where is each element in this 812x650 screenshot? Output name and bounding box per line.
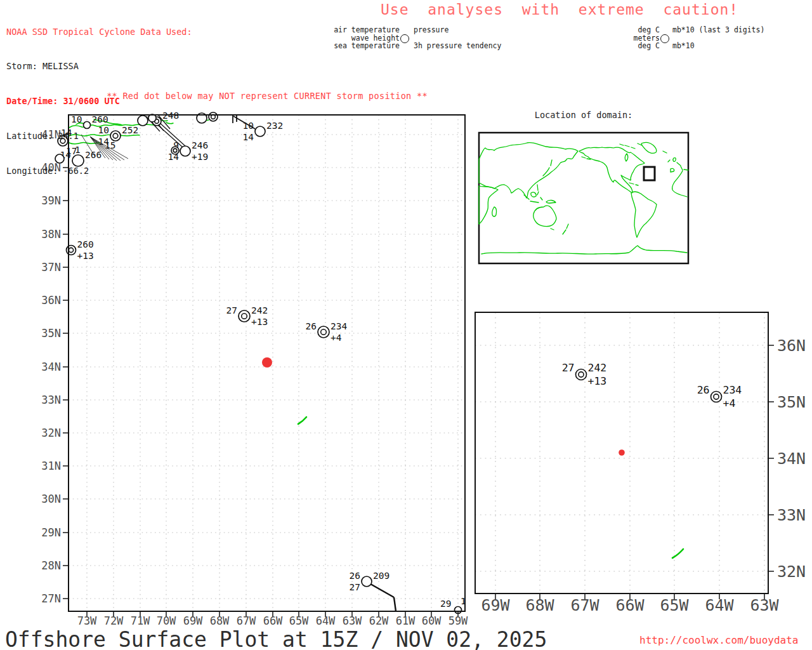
lon-label: 67W [570,596,599,614]
lat-label: 35N [777,393,806,411]
lat-label: 38N [41,228,61,241]
station-plot: 2620927 [350,571,390,592]
lon-label: 63W [343,614,362,627]
station-air-temp: 10 [243,121,254,131]
lat-label: 36N [41,294,61,307]
lat-label: 34N [777,449,806,468]
lon-label: 59W [449,614,468,627]
station-circle [318,326,329,338]
lon-label: 65W [289,614,309,627]
station-pressure: 242 [251,305,268,315]
station-circle [362,576,372,587]
legend-air-temperature: air temperature [273,26,400,34]
offshore-surface-plot-page: 10260102521414266248924614+191023214260+… [0,0,812,650]
station-sea-temp: 27 [350,582,360,592]
units-air-temperature: deg C [533,26,660,34]
source-url-link[interactable]: http://coolwx.com/buoydata [639,634,798,646]
station-circle [67,246,76,255]
station-tendency: +13 [251,317,268,327]
storm-position-warning: ** Red dot below may NOT represent CURRE… [69,91,466,101]
lat-label: 34N [41,361,61,373]
station-tendency: +4 [331,333,342,343]
station-pressure: 246 [192,140,208,150]
station-circle [576,369,587,380]
lat-label: 27N [41,592,61,605]
lon-label: 72W [104,614,124,627]
station-pressure: 234 [331,321,347,331]
lon-label: 66W [263,614,283,627]
lon-label: 69W [183,614,203,627]
station-extra-label: 29 [440,599,451,609]
storm-name-line: Storm: MELISSA [6,60,192,72]
station-air-temp: 26 [306,321,317,331]
station-air-temp: 26 [350,571,360,581]
lon-label: 60W [422,614,442,627]
station-air-temp: 26 [697,384,710,396]
station-air-temp: 27 [562,362,575,374]
legend-pressure: pressure [414,26,449,34]
station-plot: 26234+4 [306,321,348,343]
station-pressure: 209 [373,571,390,581]
station-sea-temp: 14 [243,132,254,142]
wind-barb-line [394,597,396,611]
lat-label: 36N [777,336,806,355]
lon-label: 67W [237,614,256,627]
lon-label: 68W [525,596,554,614]
station-circle-icon [400,34,409,43]
station-pressure: 234 [723,384,742,396]
station-plot: 27242+13 [562,362,607,387]
lon-label: 62W [369,614,389,627]
lat-label: 32N [41,427,61,439]
lon-label: 71W [131,614,150,627]
lat-label: 30N [41,493,61,505]
zoom-inset-axes: 69W68W67W66W65W64W63W36N35N34N33N32N [481,336,806,614]
header-info-block: NOAA SSD Tropical Cyclone Data Used: Sto… [6,3,192,200]
station-circle [711,392,722,402]
legend-pressure-tendency: 3h pressure tendency [414,42,501,50]
station-pressure: 242 [588,362,607,374]
lon-label: 63W [750,596,779,614]
units-pressure-tendency: mb*10 [672,42,695,50]
lon-label: 66W [615,596,645,614]
station-plot: 27242+13 [226,305,268,327]
caution-headline: Use analyses with extreme caution! [381,1,736,18]
main-map-axes: 73W72W71W70W69W68W67W66W65W64W63W62W61W6… [41,128,468,627]
plot-title: Offshore Surface Plot at 15Z / NOV 02, 2… [5,627,547,650]
lat-label: 31N [41,460,61,472]
domain-location-rect [644,167,655,180]
station-plot: 260+13 [67,239,94,261]
lat-label: 33N [41,394,61,406]
station-tendency: +19 [192,152,208,162]
lon-label: 64W [316,614,336,627]
lon-label: 73W [77,614,97,627]
station-pressure: 260 [77,239,94,249]
lat-label: 33N [777,506,806,524]
lon-label: 61W [396,614,416,627]
lon-label: 64W [705,596,734,614]
legend-sea-temperature: sea temperature [273,42,400,50]
lat-label: 29N [41,526,61,539]
station-plot: 26234+4 [697,384,742,409]
storm-position-red-dot [619,449,625,456]
lat-label: 37N [41,261,61,274]
station-circle [209,112,218,121]
units-sea-temperature: deg C [533,42,660,50]
lon-label: 70W [157,614,176,627]
lon-label: 69W [481,596,510,614]
station-circle [255,126,265,136]
world-inset-title: Location of domain: [479,110,688,120]
station-plot: 1023214 [243,121,284,142]
lat-label: 28N [41,559,61,572]
world-inset-map [479,133,688,263]
station-air-temp: 27 [226,305,237,315]
station-circle-icon [660,34,669,43]
latitude-line: Latitude: 34.1 [6,130,192,142]
storm-position-red-dot [262,357,272,368]
units-pressure: mb*10 (last 3 digits) [672,26,764,34]
station-circle [239,310,250,322]
station-tendency: +4 [723,397,736,409]
station-tendency: +13 [77,251,94,261]
lon-label: 68W [210,614,230,627]
station-tendency: +13 [588,375,607,387]
longitude-line: Longitude: -66.2 [6,165,192,176]
